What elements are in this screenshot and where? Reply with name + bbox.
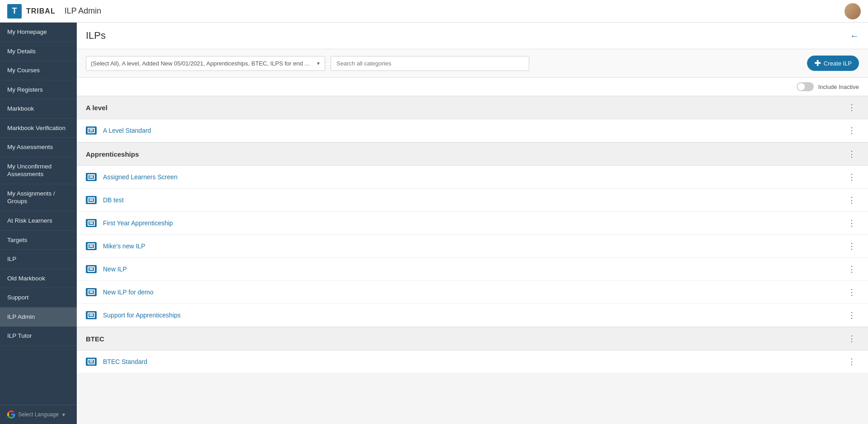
sidebar-item-markbook-verification[interactable]: Markbook Verification	[0, 119, 77, 138]
ilp-link-btec-standard[interactable]: BTEC Standard	[103, 358, 845, 365]
sidebar-item-my-assignments-groups[interactable]: My Assignments / Groups	[0, 184, 77, 211]
sidebar-item-my-assessments[interactable]: My Assessments	[0, 138, 77, 157]
logo-area: T TRIBAL	[7, 4, 56, 19]
sidebar-item-ilp[interactable]: ILP	[0, 250, 77, 269]
category-menu-button[interactable]: ⋮	[845, 102, 859, 113]
ilp-menu-button[interactable]: ⋮	[845, 171, 859, 183]
ilp-icon	[86, 219, 97, 227]
ilp-icon-inner	[88, 128, 95, 133]
app-title: ILP Admin	[65, 6, 102, 16]
ilp-menu-button[interactable]: ⋮	[845, 356, 859, 368]
category-name: BTEC	[86, 335, 845, 343]
create-ilp-label: Create ILP	[824, 60, 852, 67]
ilp-menu-button[interactable]: ⋮	[845, 125, 859, 136]
ilp-menu-button[interactable]: ⋮	[845, 263, 859, 275]
ilp-icon-inner	[88, 289, 95, 295]
category-filter-select[interactable]: (Select All), A level, Added New 05/01/2…	[86, 56, 325, 71]
ilp-link-first-year-apprenticeship[interactable]: First Year Apprenticeship	[103, 219, 845, 227]
sidebar-item-old-markbook[interactable]: Old Markbook	[0, 269, 77, 289]
ilp-row: Support for Apprenticeships ⋮	[77, 304, 868, 327]
categories-container: A level ⋮ A Level Standard ⋮ Apprentices…	[77, 96, 868, 373]
select-language-chevron[interactable]: ▼	[61, 412, 66, 417]
ilp-link-assigned-learners-screen[interactable]: Assigned Learners Screen	[103, 173, 845, 181]
main-content: ILPs ← (Select All), A level, Added New …	[77, 23, 868, 424]
include-inactive-bar: Include Inactive	[77, 78, 868, 96]
ilp-icon-inner	[88, 220, 95, 226]
sidebar-item-my-homepage[interactable]: My Homepage	[0, 23, 77, 42]
sidebar-item-my-registers[interactable]: My Registers	[0, 80, 77, 100]
google-icon	[7, 410, 15, 419]
sidebar-item-my-details[interactable]: My Details	[0, 42, 77, 61]
plus-icon: ✚	[814, 59, 821, 67]
sidebar-item-my-courses[interactable]: My Courses	[0, 61, 77, 80]
sidebar-footer: Select Language ▼	[0, 405, 77, 424]
category-header-apprenticeships: Apprenticeships ⋮	[77, 142, 868, 166]
back-button[interactable]: ←	[850, 31, 859, 41]
ilp-icon-inner	[88, 312, 95, 318]
select-language-label[interactable]: Select Language	[18, 411, 59, 418]
ilp-icon-inner	[88, 359, 95, 364]
user-avatar[interactable]	[845, 3, 861, 19]
logo-t-icon: T	[7, 4, 22, 19]
logo-tribal: TRIBAL	[26, 7, 56, 15]
ilp-menu-button[interactable]: ⋮	[845, 217, 859, 229]
ilp-icon-inner	[88, 266, 95, 272]
ilp-link-support-for-apprenticeships[interactable]: Support for Apprenticeships	[103, 312, 845, 319]
ilp-menu-button[interactable]: ⋮	[845, 240, 859, 252]
ilp-link-mikes-new-ilp[interactable]: Mike's new ILP	[103, 242, 845, 250]
ilp-link-new-ilp-for-demo[interactable]: New ILP for demo	[103, 289, 845, 296]
sidebar-item-targets[interactable]: Targets	[0, 231, 77, 250]
ilp-icon	[86, 196, 97, 204]
ilp-icon	[86, 288, 97, 296]
sidebar-item-markbook[interactable]: Markbook	[0, 99, 77, 119]
ilp-menu-button[interactable]: ⋮	[845, 194, 859, 206]
sidebar-item-ilp-admin[interactable]: ILP Admin	[0, 308, 77, 327]
ilp-icon-inner	[88, 197, 95, 203]
ilp-link-a-level-standard[interactable]: A Level Standard	[103, 127, 845, 134]
ilp-row: A Level Standard ⋮	[77, 119, 868, 142]
ilp-icon	[86, 265, 97, 273]
create-ilp-button[interactable]: ✚ Create ILP	[807, 56, 859, 71]
filter-bar: (Select All), A level, Added New 05/01/2…	[77, 49, 868, 78]
category-name: Apprenticeships	[86, 150, 845, 158]
include-inactive-label: Include Inactive	[818, 84, 859, 90]
sidebar-item-ilp-tutor[interactable]: ILP Tutor	[0, 326, 77, 346]
search-input[interactable]	[331, 56, 529, 71]
ilp-icon-inner	[88, 243, 95, 249]
ilp-row: First Year Apprenticeship ⋮	[77, 212, 868, 235]
ilp-icon-inner	[88, 174, 95, 180]
category-name: A level	[86, 104, 845, 112]
top-header: T TRIBAL ILP Admin	[0, 0, 868, 23]
ilp-icon	[86, 173, 97, 181]
ilp-row: BTEC Standard ⋮	[77, 350, 868, 373]
category-header-btec: BTEC ⋮	[77, 327, 868, 350]
ilp-icon	[86, 358, 97, 366]
ilp-row: Mike's new ILP ⋮	[77, 235, 868, 258]
ilp-icon	[86, 126, 97, 135]
ilp-row: New ILP ⋮	[77, 258, 868, 281]
sidebar: My Homepage My Details My Courses My Reg…	[0, 23, 77, 424]
category-menu-button[interactable]: ⋮	[845, 333, 859, 345]
ilp-link-new-ilp[interactable]: New ILP	[103, 266, 845, 273]
ilp-menu-button[interactable]: ⋮	[845, 286, 859, 298]
sidebar-item-my-unconfirmed-assessments[interactable]: My Unconfirmed Assessments	[0, 157, 77, 184]
ilps-panel: ILPs ← (Select All), A level, Added New …	[77, 23, 868, 373]
ilp-icon	[86, 311, 97, 319]
category-menu-button[interactable]: ⋮	[845, 148, 859, 160]
page-title: ILPs	[86, 30, 850, 42]
ilp-row: Assigned Learners Screen ⋮	[77, 166, 868, 189]
ilp-link-db-test[interactable]: DB test	[103, 196, 845, 204]
layout: My Homepage My Details My Courses My Reg…	[0, 23, 868, 424]
ilp-row: DB test ⋮	[77, 189, 868, 212]
ilp-menu-button[interactable]: ⋮	[845, 309, 859, 321]
ilps-header: ILPs ←	[77, 23, 868, 49]
sidebar-item-at-risk-learners[interactable]: At Risk Learners	[0, 211, 77, 231]
category-filter-wrapper: (Select All), A level, Added New 05/01/2…	[86, 56, 325, 71]
ilp-row: New ILP for demo ⋮	[77, 281, 868, 304]
sidebar-item-support[interactable]: Support	[0, 288, 77, 308]
ilp-icon	[86, 242, 97, 250]
category-header-a-level: A level ⋮	[77, 96, 868, 119]
avatar-image	[845, 3, 861, 19]
include-inactive-toggle[interactable]	[797, 82, 814, 91]
